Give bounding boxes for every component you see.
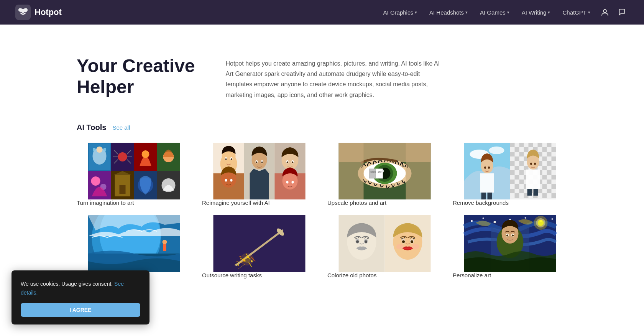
logo-icon <box>15 5 31 20</box>
svg-rect-94 <box>542 156 547 161</box>
svg-point-71 <box>488 166 490 169</box>
nav-ai-games[interactable]: AI Games ▾ <box>475 6 514 19</box>
cookie-banner: We use cookies. Usage gives consent. See… <box>12 270 150 301</box>
svg-rect-97 <box>519 161 524 166</box>
svg-point-46 <box>230 179 233 181</box>
svg-rect-124 <box>542 184 547 189</box>
tool-card-upscale[interactable]: before after Upscale photos and art <box>327 143 442 206</box>
tools-header: AI Tools See all <box>77 123 567 132</box>
svg-rect-126 <box>510 189 515 193</box>
svg-rect-77 <box>519 143 524 147</box>
tool-image-reimagine <box>202 143 317 199</box>
tool-card-wave[interactable] <box>77 215 191 278</box>
tool-card-reimagine[interactable]: Reimagine yourself with AI <box>202 143 317 206</box>
tool-image-imagination <box>77 143 191 199</box>
svg-rect-130 <box>547 189 552 193</box>
svg-point-147 <box>163 240 167 244</box>
tool-label-removebg: Remove backgrounds <box>453 199 567 206</box>
navbar: Hotpot AI Graphics ▾ AI Headshots ▾ AI G… <box>0 0 644 25</box>
svg-rect-104 <box>542 166 547 170</box>
nav-ai-writing[interactable]: AI Writing ▾ <box>517 6 555 19</box>
svg-rect-134 <box>542 193 547 198</box>
svg-point-70 <box>484 166 486 169</box>
svg-point-182 <box>483 217 484 219</box>
svg-rect-106 <box>510 170 515 175</box>
svg-point-68 <box>489 147 504 154</box>
nav-links: AI Graphics ▾ AI Headshots ▾ AI Games ▾ … <box>379 5 629 19</box>
svg-point-187 <box>552 218 553 220</box>
svg-point-178 <box>396 244 404 249</box>
svg-rect-125 <box>552 184 556 189</box>
tool-card-colorize[interactable]: Colorize old photos <box>327 215 442 278</box>
svg-rect-80 <box>547 143 552 147</box>
user-icon <box>601 8 609 16</box>
tools-grid: Turn imagination to art <box>77 143 567 278</box>
svg-rect-129 <box>538 189 542 193</box>
tool-label-colorize: Colorize old photos <box>327 272 442 278</box>
svg-point-28 <box>225 158 227 160</box>
svg-rect-107 <box>519 170 524 175</box>
svg-point-34 <box>256 161 258 163</box>
svg-point-197 <box>512 234 514 236</box>
svg-rect-78 <box>529 143 533 147</box>
svg-rect-65 <box>406 143 431 199</box>
logo-link[interactable]: Hotpot <box>15 5 379 20</box>
chevron-down-icon: ▾ <box>507 10 509 15</box>
hero-description: Hotpot helps you create amazing graphics… <box>226 55 440 100</box>
svg-rect-36 <box>250 173 269 199</box>
tool-card-personalize[interactable]: Personalize art <box>453 215 567 278</box>
svg-point-42 <box>292 161 294 163</box>
tool-image-wave <box>77 215 191 272</box>
svg-rect-139 <box>526 170 540 189</box>
svg-rect-82 <box>524 147 529 152</box>
svg-point-29 <box>231 158 232 160</box>
svg-point-137 <box>530 163 532 165</box>
svg-rect-73 <box>481 193 486 199</box>
svg-point-177 <box>411 240 413 243</box>
svg-rect-115 <box>552 175 556 180</box>
nav-chatgpt[interactable]: ChatGPT ▾ <box>558 6 595 19</box>
svg-rect-114 <box>542 175 547 180</box>
svg-rect-117 <box>519 180 524 184</box>
tool-label-outsource: Outsource writing tasks <box>202 272 317 278</box>
svg-point-185 <box>525 217 526 219</box>
svg-rect-95 <box>552 156 556 161</box>
svg-rect-110 <box>547 170 552 175</box>
tool-card-imagination[interactable]: Turn imagination to art <box>77 143 191 206</box>
svg-rect-60 <box>370 169 376 178</box>
svg-point-179 <box>412 244 419 249</box>
tools-section-title: AI Tools <box>77 123 106 132</box>
tool-label-personalize: Personalize art <box>453 272 567 278</box>
svg-rect-96 <box>510 161 515 166</box>
nav-ai-headshots[interactable]: AI Headshots ▾ <box>425 6 472 19</box>
tool-image-colorize <box>327 215 442 272</box>
chat-icon-button[interactable] <box>615 5 629 19</box>
svg-rect-127 <box>519 189 524 193</box>
svg-point-50 <box>292 181 294 183</box>
chevron-down-icon: ▾ <box>465 10 468 15</box>
svg-rect-149 <box>214 215 306 272</box>
svg-rect-87 <box>519 152 524 156</box>
svg-rect-64 <box>339 143 364 199</box>
svg-rect-74 <box>488 193 492 199</box>
svg-rect-72 <box>480 173 494 193</box>
nav-ai-graphics[interactable]: AI Graphics ▾ <box>379 6 422 19</box>
svg-point-176 <box>402 240 405 243</box>
svg-rect-131 <box>515 193 519 198</box>
cookie-text: We use cookies. Usage gives consent. See… <box>21 280 140 297</box>
logo-text: Hotpot <box>34 7 62 17</box>
tool-label-reimagine: Reimagine yourself with AI <box>202 199 317 206</box>
svg-rect-141 <box>534 189 538 196</box>
chat-icon <box>618 8 626 16</box>
see-all-link[interactable]: See all <box>112 124 130 131</box>
tool-label-imagination: Turn imagination to art <box>77 199 191 206</box>
tool-card-removebg[interactable]: Remove backgrounds <box>453 143 567 206</box>
svg-point-13 <box>91 176 100 186</box>
user-icon-button[interactable] <box>598 5 612 19</box>
tool-card-outsource[interactable]: Outsource writing tasks <box>202 215 317 278</box>
chevron-down-icon: ▾ <box>415 10 417 15</box>
tool-image-personalize <box>453 215 567 272</box>
svg-rect-120 <box>547 180 552 184</box>
svg-rect-101 <box>515 166 519 170</box>
svg-rect-135 <box>552 193 556 198</box>
